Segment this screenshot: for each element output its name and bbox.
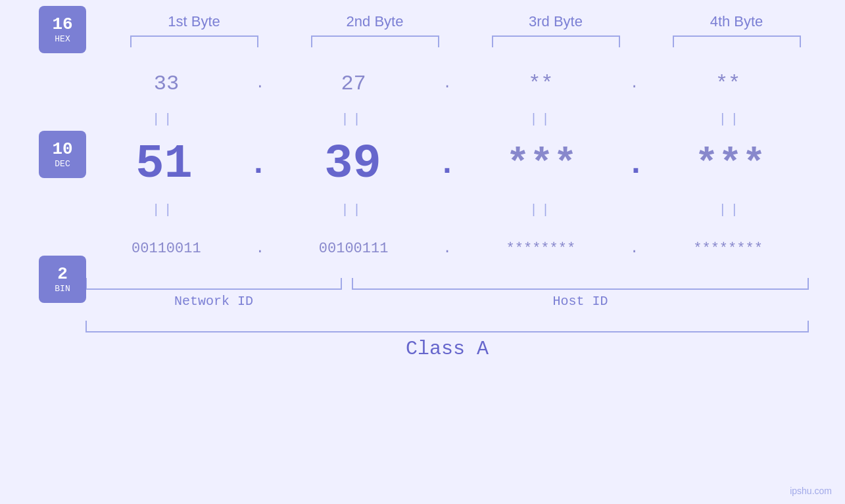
byte4-header: 4th Byte xyxy=(664,13,809,30)
byte2-header: 2nd Byte xyxy=(302,13,447,30)
byte-headers: 1st Byte 2nd Byte 3rd Byte 4th Byte xyxy=(104,13,827,30)
bin-sep2: . xyxy=(443,241,451,257)
network-id-label: Network ID xyxy=(85,294,342,309)
hex-row: 33 . 27 . ** . ** xyxy=(85,60,809,106)
hex-sep2: . xyxy=(443,76,451,92)
dec-name: DEC xyxy=(55,159,70,169)
hex-name: HEX xyxy=(55,34,70,44)
hex-sep3: . xyxy=(630,76,639,92)
parallel7: || xyxy=(470,202,614,218)
hex-byte1: 33 xyxy=(94,72,239,96)
network-bracket xyxy=(85,278,342,290)
class-bracket xyxy=(85,321,809,332)
dec-sep3: . xyxy=(627,147,646,182)
top-brackets xyxy=(104,35,827,47)
hex-sep1: . xyxy=(256,76,264,92)
parallel2: || xyxy=(280,112,425,127)
main-container: 1st Byte 2nd Byte 3rd Byte 4th Byte 16 H… xyxy=(0,0,845,504)
bin-sep1: . xyxy=(256,241,264,257)
id-labels: Network ID Host ID xyxy=(85,294,809,309)
sep-row1: || || || || xyxy=(85,106,809,131)
parallel6: || xyxy=(280,202,425,218)
byte1-header: 1st Byte xyxy=(122,13,266,30)
bin-byte2: 00100111 xyxy=(281,241,426,257)
bottom-brackets xyxy=(85,278,809,290)
bin-name: BIN xyxy=(55,284,70,294)
bin-byte4: ******** xyxy=(656,241,800,257)
parallel3: || xyxy=(470,112,614,127)
base-labels: 16 HEX 10 DEC 2 BIN xyxy=(20,0,105,315)
dec-byte4: *** xyxy=(658,142,802,187)
dec-row: 51 . 39 . *** . *** xyxy=(85,131,809,197)
hex-number: 16 xyxy=(52,15,72,34)
hex-byte4: ** xyxy=(656,72,800,96)
host-bracket xyxy=(352,278,809,290)
parallel1: || xyxy=(91,112,236,127)
dec-badge: 10 DEC xyxy=(39,131,86,178)
parallel8: || xyxy=(658,202,803,218)
class-label: Class A xyxy=(85,338,809,360)
bin-byte3: ******** xyxy=(468,241,613,257)
bin-badge: 2 BIN xyxy=(39,256,86,303)
hex-byte2: 27 xyxy=(281,72,426,96)
parallel4: || xyxy=(658,112,803,127)
bracket-byte1 xyxy=(130,35,258,47)
ip-rows: 33 . 27 . ** . ** || || || || 51 xyxy=(85,54,809,360)
bin-number: 2 xyxy=(57,265,68,284)
dec-number: 10 xyxy=(52,140,72,159)
dec-byte1: 51 xyxy=(92,137,237,191)
bin-sep3: . xyxy=(630,241,639,257)
host-id-label: Host ID xyxy=(352,294,809,309)
bin-byte1: 00110011 xyxy=(94,241,239,257)
parallel5: || xyxy=(91,202,236,218)
dec-byte2: 39 xyxy=(281,137,425,191)
bracket-byte3 xyxy=(492,35,620,47)
content-area: 16 HEX 10 DEC 2 BIN 33 . 27 . ** . ** xyxy=(0,54,845,360)
hex-badge: 16 HEX xyxy=(39,6,86,53)
bin-row: 00110011 . 00100111 . ******** . *******… xyxy=(85,225,809,271)
bracket-byte4 xyxy=(673,35,801,47)
hex-byte3: ** xyxy=(468,72,613,96)
watermark: ipshu.com xyxy=(790,486,832,496)
byte3-header: 3rd Byte xyxy=(483,13,628,30)
dec-byte3: *** xyxy=(469,142,614,187)
dec-sep2: . xyxy=(438,147,457,182)
sep-row2: || || || || xyxy=(85,197,809,222)
bracket-byte2 xyxy=(311,35,439,47)
dec-sep1: . xyxy=(249,147,268,182)
